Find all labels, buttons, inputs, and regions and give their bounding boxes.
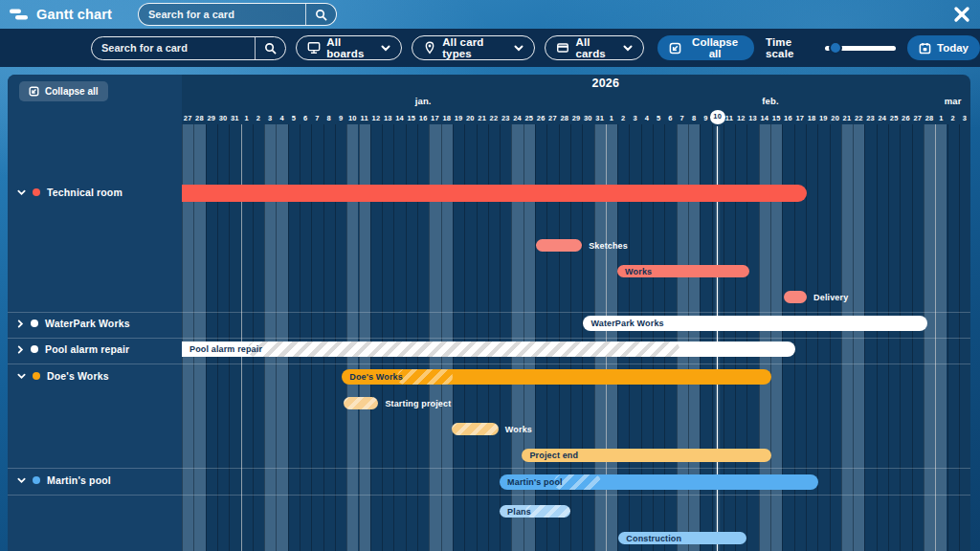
day-cell: 8 (323, 112, 335, 124)
gantt-bar-starting-project[interactable]: Starting project (344, 397, 379, 409)
card-search-input[interactable] (139, 9, 305, 20)
year-label: 2026 (592, 77, 619, 90)
gantt-bar-waterpark-works[interactable]: WaterPark Works (583, 316, 926, 331)
gantt-bar-technical-room[interactable] (182, 185, 807, 202)
gantt-bar-project-end[interactable]: Project end (522, 449, 771, 462)
time-scale-slider[interactable] (825, 41, 896, 55)
today-button[interactable]: Today (907, 35, 980, 60)
card-types-icon (423, 41, 436, 55)
gantt-bar-sketches[interactable]: Sketches (536, 239, 582, 252)
toolbar-search-input[interactable] (92, 42, 255, 54)
day-cell: 2 (253, 112, 264, 124)
toolbar-search-button[interactable] (255, 37, 285, 59)
sidebar: Collapse all Technical roomWaterPark Wor… (8, 75, 182, 551)
cards-icon (556, 41, 569, 55)
day-cell: 16 (782, 112, 793, 124)
day-cell: 12 (735, 112, 746, 124)
bar-hatch (452, 423, 499, 435)
filter-boards-button[interactable]: All boards (296, 35, 402, 60)
day-cell: 6 (300, 112, 311, 124)
day-cell: 13 (382, 112, 393, 124)
day-cell: 6 (664, 112, 676, 124)
row-separator (8, 364, 970, 364)
bar-hatch (397, 369, 453, 385)
day-cell: 17 (794, 112, 806, 124)
filter-cards-label: All cards (575, 36, 617, 59)
today-marker: 10 (710, 110, 725, 124)
sidebar-collapse-all-button[interactable]: Collapse all (19, 81, 108, 101)
color-dot (33, 476, 40, 484)
gantt-bar-pool-alarm-repair[interactable]: Pool alarm repair (182, 342, 795, 357)
day-cell: 13 (746, 112, 758, 124)
day-cell: 18 (441, 112, 453, 124)
bar-label: Works (505, 425, 532, 434)
day-cell: 30 (582, 112, 593, 124)
sidebar-item-pool-alarm-repair[interactable]: Pool alarm repair (17, 343, 129, 355)
bar-label: Martin's pool (507, 477, 563, 487)
gantt-bar-works[interactable]: Works (452, 423, 499, 435)
filter-card-types-label: All card types (442, 36, 508, 59)
close-icon (953, 6, 970, 23)
day-cell: 4 (641, 112, 653, 124)
toolbar: All boards All card types All cards (0, 29, 980, 67)
day-cell: 4 (276, 112, 287, 124)
day-cell: 28 (924, 112, 935, 124)
chevron-right-icon[interactable] (17, 345, 24, 354)
slider-thumb[interactable] (829, 41, 842, 55)
month-label: feb. (762, 96, 779, 106)
day-cell: 28 (559, 112, 570, 124)
filter-boards-label: All boards (326, 36, 375, 59)
sidebar-item-label: Martin's pool (47, 474, 111, 486)
day-cell: 18 (806, 112, 817, 124)
day-cell: 7 (311, 112, 323, 124)
filter-cards-button[interactable]: All cards (545, 35, 644, 60)
color-dot (31, 345, 38, 353)
day-cell: 28 (193, 112, 205, 124)
close-button[interactable] (953, 6, 970, 23)
day-cell: 22 (488, 112, 500, 124)
color-dot (33, 188, 40, 196)
gantt-bar-doe-s-works[interactable]: Doe's Works (342, 369, 771, 385)
day-cell: 29 (206, 112, 217, 124)
gantt-bar-martin-s-pool[interactable]: Martin's pool (500, 474, 818, 490)
day-cell: 22 (853, 112, 864, 124)
page-title: Gantt chart (36, 7, 112, 22)
day-cell: 3 (959, 112, 970, 124)
collapse-icon (29, 86, 39, 97)
chevron-down-icon[interactable] (17, 189, 26, 196)
sidebar-item-label: Doe's Works (47, 370, 109, 382)
collapse-all-label: Collapse all (687, 36, 743, 59)
toolbar-search (91, 36, 286, 60)
gantt-bar-plans[interactable]: Plans (500, 505, 570, 518)
gantt-bar-delivery[interactable]: Delivery (784, 291, 808, 303)
chevron-down-icon[interactable] (17, 373, 26, 380)
day-cell: 20 (464, 112, 476, 124)
sidebar-item-martin-s-pool[interactable]: Martin's pool (17, 474, 111, 486)
day-cell: 1 (241, 112, 253, 124)
bar-label: Plans (507, 507, 531, 517)
sidebar-item-technical-room[interactable]: Technical room (17, 187, 122, 198)
day-cell: 31 (594, 112, 606, 124)
filter-card-types-button[interactable]: All card types (412, 35, 535, 60)
day-cell: 2 (947, 112, 959, 124)
today-label: Today (937, 42, 969, 54)
gantt-logo-icon (10, 7, 29, 22)
gantt-bar-works[interactable]: Works (617, 265, 749, 277)
chevron-down-icon[interactable] (17, 477, 26, 484)
search-button[interactable] (305, 4, 336, 25)
color-dot (31, 320, 38, 327)
collapse-all-button[interactable]: Collapse all (657, 35, 754, 60)
day-cell: 19 (453, 112, 464, 124)
chevron-right-icon[interactable] (17, 320, 24, 328)
gantt-bar-construction[interactable]: Construction (618, 532, 746, 544)
day-cell: 11 (359, 112, 370, 124)
day-cell: 30 (217, 112, 229, 124)
sidebar-item-waterpark-works[interactable]: WaterPark Works (17, 318, 130, 329)
day-cell: 26 (535, 112, 546, 124)
month-label: jan. (415, 96, 432, 106)
day-cell: 15 (406, 112, 417, 124)
day-cell: 7 (677, 112, 688, 124)
day-cell: 20 (830, 112, 841, 124)
sidebar-item-doe-s-works[interactable]: Doe's Works (17, 370, 109, 382)
time-scale-label: Time scale (766, 36, 819, 59)
